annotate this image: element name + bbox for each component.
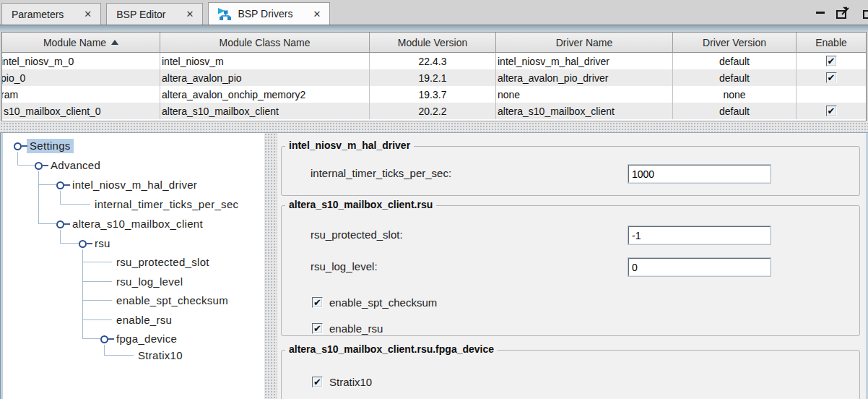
cell-driver-version[interactable]: default — [673, 53, 797, 69]
tab-parameters[interactable]: Parameters ✕ — [1, 3, 101, 25]
cell-enable[interactable]: ✔ — [797, 69, 866, 86]
group-altera-s10-mailbox-client-rsu-fpga-device: altera_s10_mailbox_client.rsu.fpga_devic… — [281, 350, 860, 399]
settings-tree: Settings Advanced intel_niosv_m_hal_driv… — [3, 133, 264, 399]
cell-driver-version[interactable]: none — [673, 86, 797, 103]
tree-connector — [104, 345, 105, 356]
cell-module-name[interactable]: s10_mailbox_client_0 — [2, 103, 160, 119]
column-header-driver-version[interactable]: Driver Version — [673, 33, 797, 53]
tree-connector — [104, 355, 134, 356]
tree-node-fpga-device[interactable]: fpga_device — [113, 332, 180, 346]
table-row[interactable]: pio_0 altera_avalon_pio 19.2.1 altera_av… — [2, 69, 866, 86]
tree-expand-handle[interactable] — [56, 181, 64, 189]
cell-module-class-name[interactable]: intel_niosv_m — [160, 53, 370, 69]
bsp-editor-window: { "tabs": [ { "label": "Parameters", "ac… — [0, 0, 868, 399]
checkbox[interactable]: ✔ — [312, 323, 323, 334]
tree-expand-handle[interactable] — [100, 335, 108, 343]
tree-node-rsu[interactable]: rsu — [92, 236, 113, 251]
tab-label: BSP Drivers — [238, 8, 292, 20]
tab-bsp-editor[interactable]: BSP Editor ✕ — [106, 3, 203, 25]
enable-checkbox[interactable]: ✔ — [826, 56, 837, 66]
tree-node-stratix10[interactable]: Stratix10 — [135, 348, 186, 363]
cell-module-version[interactable]: 19.3.7 — [370, 86, 496, 103]
close-icon[interactable]: ✕ — [186, 9, 194, 19]
tree-expand-handle[interactable] — [14, 142, 22, 150]
cell-module-name[interactable]: ram — [2, 86, 160, 103]
checkbox[interactable]: ✔ — [312, 297, 323, 308]
cell-module-version[interactable]: 20.2.2 — [370, 103, 496, 119]
field-label: rsu_protected_slot: — [311, 228, 403, 241]
tree-node-enable-spt-checksum[interactable]: enable_spt_checksum — [113, 293, 231, 308]
stratix10-option[interactable]: ✔ Stratix10 — [312, 376, 372, 388]
cell-driver-name[interactable]: intel_niosv_m_hal_driver — [496, 53, 673, 69]
sort-ascending-icon — [111, 40, 118, 45]
tree-connector — [43, 165, 48, 166]
rsu-protected-slot-input[interactable] — [628, 226, 771, 244]
cell-enable[interactable]: ✔ — [797, 103, 866, 119]
column-header-module-name[interactable]: Module Name — [2, 33, 160, 53]
cell-module-class-name[interactable]: altera_avalon_onchip_memory2 — [160, 86, 370, 103]
table-row[interactable]: ram altera_avalon_onchip_memory2 19.3.7 … — [2, 86, 866, 103]
tree-expand-handle[interactable] — [79, 240, 87, 248]
tree-connector — [22, 145, 27, 147]
tree-node-intel-niosv-m-hal-driver[interactable]: intel_niosv_m_hal_driver — [69, 178, 200, 192]
tree-connector — [82, 300, 112, 301]
vertical-splitter[interactable] — [264, 133, 277, 399]
settings-area: Settings Advanced intel_niosv_m_hal_driv… — [0, 133, 868, 399]
cell-enable[interactable] — [797, 86, 866, 103]
tab-bar: Parameters ✕ BSP Editor ✕ BSP Drivers ✕ — [0, 0, 868, 25]
rsu-log-level-input[interactable] — [628, 258, 771, 276]
checkbox-label: enable_spt_checksum — [329, 296, 437, 309]
column-header-driver-name[interactable]: Driver Name — [496, 33, 673, 53]
cell-module-version[interactable]: 22.4.3 — [370, 53, 496, 69]
minimize-icon[interactable] — [816, 12, 825, 14]
bsp-drivers-icon — [218, 8, 233, 20]
cell-module-name[interactable]: pio_0 — [2, 69, 160, 86]
cell-module-class-name[interactable]: altera_s10_mailbox_client — [160, 103, 370, 119]
tree-connector — [82, 338, 100, 339]
tab-content-border — [0, 25, 868, 32]
window-controls — [816, 0, 868, 25]
cell-module-name[interactable]: intel_niosv_m_0 — [2, 53, 160, 69]
enable-checkbox[interactable]: ✔ — [826, 72, 837, 83]
tree-expand-handle[interactable] — [56, 220, 64, 228]
tree-node-enable-rsu[interactable]: enable_rsu — [113, 313, 175, 327]
cell-enable[interactable]: ✔ — [797, 53, 866, 69]
group-title: altera_s10_mailbox_client.rsu — [285, 199, 436, 210]
tree-connector — [17, 152, 18, 166]
close-icon[interactable]: ✕ — [84, 9, 92, 19]
enable-spt-checksum-option[interactable]: ✔ enable_spt_checksum — [312, 296, 437, 309]
float-window-icon[interactable] — [836, 6, 851, 20]
field-label: internal_timer_ticks_per_sec: — [311, 167, 451, 179]
tree-node-rsu-log-level[interactable]: rsu_log_level — [113, 275, 186, 289]
tree-node-settings[interactable]: Settings — [27, 139, 74, 153]
cell-driver-version[interactable]: default — [673, 69, 797, 86]
table-row[interactable]: s10_mailbox_client_0 altera_s10_mailbox_… — [2, 103, 866, 119]
enable-checkbox[interactable]: ✔ — [826, 106, 837, 116]
tree-expand-handle[interactable] — [35, 162, 43, 170]
tree-node-rsu-protected-slot[interactable]: rsu_protected_slot — [113, 255, 212, 270]
tree-connector — [60, 243, 79, 244]
tree-node-internal-timer-ticks-per-sec[interactable]: internal_timer_ticks_per_sec — [92, 197, 241, 212]
horizontal-splitter[interactable] — [0, 121, 868, 133]
tree-connector — [82, 249, 83, 339]
table-row[interactable]: intel_niosv_m_0 intel_niosv_m 22.4.3 int… — [2, 53, 866, 69]
column-header-module-version[interactable]: Module Version — [370, 33, 496, 53]
cell-driver-name[interactable]: altera_avalon_pio_driver — [496, 69, 673, 86]
cell-driver-name[interactable]: none — [496, 86, 673, 103]
cell-driver-name[interactable]: altera_s10_mailbox_client — [496, 103, 673, 119]
checkbox[interactable]: ✔ — [312, 377, 323, 387]
tree-connector — [60, 204, 90, 205]
tree-connector — [64, 223, 70, 225]
internal-timer-ticks-per-sec-input[interactable] — [628, 165, 771, 183]
tab-bsp-drivers[interactable]: BSP Drivers ✕ — [208, 2, 330, 25]
enable-rsu-option[interactable]: ✔ enable_rsu — [312, 322, 383, 335]
cell-driver-version[interactable]: default — [673, 103, 797, 119]
cell-module-class-name[interactable]: altera_avalon_pio — [160, 69, 370, 86]
cell-module-version[interactable]: 19.2.1 — [370, 69, 496, 86]
close-window-icon[interactable] — [862, 6, 868, 20]
tree-node-altera-s10-mailbox-client[interactable]: altera_s10_mailbox_client — [69, 217, 206, 231]
tree-node-advanced[interactable]: Advanced — [48, 158, 103, 173]
close-icon[interactable]: ✕ — [313, 9, 321, 19]
column-header-enable[interactable]: Enable — [797, 33, 866, 53]
column-header-module-class-name[interactable]: Module Class Name — [160, 33, 370, 53]
